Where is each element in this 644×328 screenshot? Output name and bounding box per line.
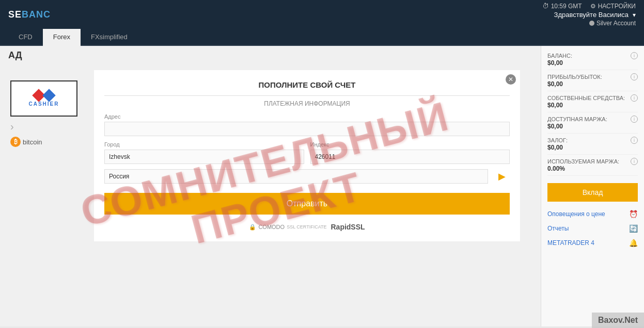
deposit-button[interactable]: Вклад <box>547 183 638 202</box>
comodo-badge: 🔒 COMODO SSL CERTIFICATE <box>249 224 326 231</box>
payment-methods-list: CASHIER › ₿ bitcoin <box>10 80 77 147</box>
cashier-payment-option[interactable]: CASHIER <box>10 80 77 117</box>
cashier-label: CASHIER <box>28 101 59 107</box>
left-content: АД CASHIER › ₿ bitcoin <box>0 46 541 326</box>
pnl-info-icon[interactable]: i <box>631 73 638 80</box>
country-select[interactable]: Россия <box>104 169 488 184</box>
country-row: Россия ▶ <box>104 169 510 184</box>
settings-link[interactable]: ⚙ НАСТРОЙКИ <box>590 3 636 10</box>
zip-input[interactable] <box>310 150 510 164</box>
city-input[interactable] <box>104 150 304 164</box>
deposit-panel: ✕ ПОПОЛНИТЕ СВОЙ СЧЕТ ПЛАТЕЖНАЯ ИНФОРМАЦ… <box>94 70 520 241</box>
pnl-value: $0,00 <box>547 80 638 88</box>
deposit-title: ПОПОЛНИТЕ СВОЙ СЧЕТ <box>104 80 510 89</box>
account-type-row: Silver Account <box>589 20 636 27</box>
country-group: Россия <box>104 169 488 184</box>
equity-value: $0,00 <box>547 102 638 109</box>
balance-info-icon[interactable]: i <box>631 52 638 59</box>
diamond-blue <box>42 89 55 102</box>
logo: SEBANC <box>8 9 51 20</box>
equity-row: СОБСТВЕННЫЕ СРЕДСТВА: i $0,00 <box>547 94 638 112</box>
balance-label: БАЛАНС: i <box>547 52 638 59</box>
logo-se: SE <box>8 9 22 20</box>
ssl-sublabel: SSL CERTIFICATE <box>287 224 326 229</box>
reports-link[interactable]: Отчеты 🔄 <box>547 222 638 235</box>
address-group: Адрес <box>104 113 510 136</box>
comodo-label: COMODO <box>258 224 285 230</box>
pledge-value: $0,00 <box>547 144 638 151</box>
account-dot <box>589 21 594 26</box>
alerts-label: Оповещения о цене <box>547 210 605 218</box>
cashier-diamond <box>34 91 54 100</box>
city-label: Город <box>104 141 304 147</box>
tab-cfd[interactable]: CFD <box>8 29 43 46</box>
alerts-link[interactable]: Оповещения о цене ⏰ <box>547 208 638 220</box>
alerts-icon: ⏰ <box>629 210 638 218</box>
balance-row: БАЛАНС: i $0,00 <box>547 52 638 70</box>
logo-banc: BANC <box>22 9 51 20</box>
top-right: ⏱ 10:59 GMT ⚙ НАСТРОЙКИ Здравствуйте Вас… <box>542 0 636 29</box>
ssl-footer: 🔒 COMODO SSL CERTIFICATE RapidSSL <box>104 223 510 231</box>
submit-button[interactable]: Отправить <box>104 193 510 215</box>
used-margin-info-icon[interactable]: i <box>631 158 638 165</box>
time-display: ⏱ 10:59 GMT <box>542 2 582 10</box>
top-bar-row2: Здравствуйте Василиса ▾ <box>554 11 636 19</box>
account-type: Silver Account <box>596 20 636 27</box>
pnl-row: ПРИБЫЛЬ/УБЫТОК: i $0,00 <box>547 73 638 91</box>
pnl-label: ПРИБЫЛЬ/УБЫТОК: i <box>547 73 638 80</box>
used-margin-value: 0.00% <box>547 165 638 172</box>
pledge-row: ЗАЛОГ: i $0,00 <box>547 137 638 155</box>
payment-info-label: ПЛАТЕЖНАЯ ИНФОРМАЦИЯ <box>104 95 510 107</box>
city-zip-row: Город Индекс <box>104 141 510 164</box>
used-margin-label: ИСПОЛЬЗУЕМАЯ МАРЖА: i <box>547 158 638 165</box>
available-value: $0,00 <box>547 123 638 130</box>
baxov-watermark: Baxov.Net <box>592 313 644 328</box>
reports-label: Отчеты <box>547 225 569 232</box>
available-row: ДОСТУПНАЯ МАРЖА: i $0,00 <box>547 116 638 134</box>
zip-label: Индекс <box>310 141 510 147</box>
lock-icon: 🔒 <box>249 224 256 231</box>
time-value: 10:59 GMT <box>551 3 582 10</box>
dropdown-icon[interactable]: ▾ <box>633 11 636 19</box>
tab-fxsimplified[interactable]: FXsimplified <box>81 29 138 46</box>
address-input[interactable] <box>104 122 510 136</box>
bitcoin-label: bitcoin <box>23 138 42 146</box>
address-label: Адрес <box>104 113 510 120</box>
rapidssl-label: RapidSSL <box>331 223 365 231</box>
reports-icon: 🔄 <box>629 224 638 233</box>
top-bar-row1: ⏱ 10:59 GMT ⚙ НАСТРОЙКИ <box>542 2 636 10</box>
address-row: Адрес <box>104 113 510 136</box>
top-bar: SEBANC ⏱ 10:59 GMT ⚙ НАСТРОЙКИ Здравству… <box>0 0 644 29</box>
settings-label: НАСТРОЙКИ <box>598 3 636 10</box>
right-sidebar: БАЛАНС: i $0,00 ПРИБЫЛЬ/УБЫТОК: i $0,00 … <box>541 46 644 326</box>
breadcrumb: АД <box>0 46 541 65</box>
equity-info-icon[interactable]: i <box>631 94 638 102</box>
nav-tabs: CFD Forex FXsimplified <box>0 29 644 46</box>
cashier-logo: CASHIER <box>28 91 59 107</box>
pledge-label: ЗАЛОГ: i <box>547 137 638 144</box>
metatrader-icon: 🔔 <box>629 239 638 247</box>
info-arrow-icon: ▶ <box>498 171 506 182</box>
available-info-icon[interactable]: i <box>631 116 638 123</box>
balance-value: $0,00 <box>547 59 638 67</box>
metatrader-link[interactable]: METATRADER 4 🔔 <box>547 237 638 249</box>
bitcoin-icon: ₿ <box>10 137 21 147</box>
city-group: Город <box>104 141 304 164</box>
arrow-right: › <box>10 121 77 133</box>
greeting-text: Здравствуйте Василиса <box>554 11 629 19</box>
equity-label: СОБСТВЕННЫЕ СРЕДСТВА: i <box>547 94 638 102</box>
pledge-info-icon[interactable]: i <box>631 137 638 144</box>
clock-icon: ⏱ <box>542 2 549 10</box>
metatrader-label: METATRADER 4 <box>547 239 594 247</box>
available-label: ДОСТУПНАЯ МАРЖА: i <box>547 116 638 123</box>
close-button[interactable]: ✕ <box>506 74 516 85</box>
bitcoin-payment-option[interactable]: ₿ bitcoin <box>10 137 77 147</box>
gear-icon: ⚙ <box>590 3 596 10</box>
main-layout: АД CASHIER › ₿ bitcoin <box>0 46 644 326</box>
zip-group: Индекс <box>310 141 510 164</box>
used-margin-row: ИСПОЛЬЗУЕМАЯ МАРЖА: i 0.00% <box>547 158 638 176</box>
tab-forex[interactable]: Forex <box>43 29 81 46</box>
